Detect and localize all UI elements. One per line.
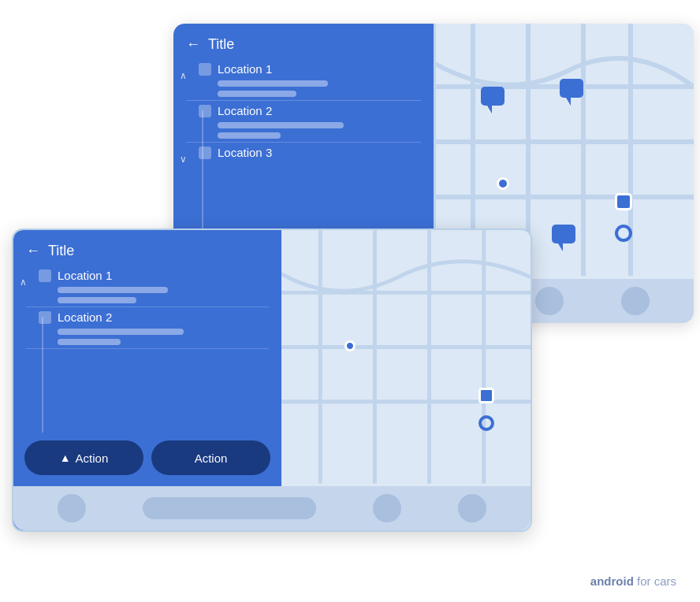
front-location-lines-2 [39,329,275,345]
action-bar: ▲ Action Action [13,433,281,483]
svg-marker-11 [566,98,571,106]
branding-normal: for cars [634,574,676,588]
location-checkbox-1[interactable] [199,63,211,76]
map-chat-marker-2 [560,79,583,109]
text-line [58,339,121,345]
front-map-grid [274,230,531,530]
front-location-item-1[interactable]: ∧ Location 1 [20,269,275,303]
front-chevron-up-icon: ∧ [20,277,27,288]
location-name-2: Location 2 [218,104,272,117]
front-bottom-dot-3 [458,494,486,522]
chevron-col-3: ∨ [180,146,195,165]
divider [186,100,421,101]
location-content-3: Location 3 [199,146,427,164]
text-line [58,287,168,293]
front-bottom-dot-2 [373,494,401,522]
front-chevron-col-2 [20,310,35,318]
svg-rect-12 [552,225,575,243]
location-name-1: Location 1 [218,62,272,76]
divider [186,142,421,143]
chevron-col-1: ∧ [180,62,195,81]
front-map-square [478,388,494,403]
front-card-bottom-bar [13,486,531,530]
bottom-dot-2 [535,287,564,315]
front-location-checkbox-1[interactable] [39,269,51,282]
front-location-item-2[interactable]: Location 2 [20,310,275,345]
navigation-icon: ▲ [60,452,71,464]
front-location-checkbox-2[interactable] [39,311,51,324]
action-label-1: Action [76,452,109,465]
text-line [218,132,281,139]
text-line [218,91,296,97]
front-bottom-dot-1 [58,494,86,522]
branding: android for cars [590,574,676,588]
front-location-header-1: Location 1 [39,269,275,282]
front-sidebar-title: Title [48,243,74,259]
front-card: ← Title ∧ Location 1 [12,229,532,532]
front-divider-2 [26,348,269,349]
action-button-2[interactable]: Action [151,440,270,475]
front-location-lines-1 [39,287,275,303]
back-arrow-icon[interactable]: ← [186,36,200,53]
location-content-1: Location 1 [199,62,427,97]
chevron-up-icon: ∧ [180,70,187,81]
action-label-2: Action [195,452,228,465]
front-back-arrow-icon[interactable]: ← [26,243,40,259]
text-line [58,329,184,335]
map-square-marker [615,193,632,210]
map-ring-marker [615,225,632,242]
front-sidebar-header: ← Title [13,230,281,269]
branding-bold: android [590,574,634,588]
front-map-dot [344,340,356,351]
text-line [58,297,136,303]
location-lines-2 [199,122,427,139]
front-location-header-2: Location 2 [39,310,275,324]
back-sidebar-header: ← Title [173,24,434,62]
location-item-1[interactable]: ∧ Location 1 [180,62,427,97]
location-item-2[interactable]: Location 2 [180,104,427,139]
map-chat-marker-1 [481,87,505,117]
location-name-3: Location 3 [218,146,272,159]
back-sidebar-title: Title [208,36,234,53]
front-map-ring [478,415,494,431]
location-checkbox-3[interactable] [199,147,211,159]
text-line [218,122,344,128]
map-chat-marker-3 [552,225,575,255]
location-header-3: Location 3 [199,146,427,159]
location-item-3[interactable]: ∨ Location 3 [180,146,427,165]
front-location-name-1: Location 1 [58,269,112,282]
front-location-content-1: Location 1 [39,269,275,303]
bottom-dot-3 [621,287,650,315]
location-content-2: Location 2 [199,104,427,139]
svg-marker-13 [558,243,563,251]
location-lines-1 [199,80,427,97]
action-button-1[interactable]: ▲ Action [24,440,143,475]
front-location-content-2: Location 2 [39,310,275,345]
svg-rect-10 [560,79,583,98]
front-card-map [274,230,531,530]
location-header-1: Location 1 [199,62,427,76]
text-line [218,80,328,87]
svg-rect-8 [481,87,505,106]
front-bottom-pill [143,497,316,519]
front-card-sidebar: ← Title ∧ Location 1 [13,230,281,530]
location-header-2: Location 2 [199,104,427,117]
svg-marker-9 [487,106,492,113]
map-dot-marker [497,177,509,190]
chevron-col-2 [180,104,195,112]
front-chevron-col-1: ∧ [20,269,35,288]
front-location-name-2: Location 2 [58,310,112,324]
location-checkbox-2[interactable] [199,105,211,117]
chevron-down-icon: ∨ [180,154,187,165]
front-divider [26,307,269,307]
